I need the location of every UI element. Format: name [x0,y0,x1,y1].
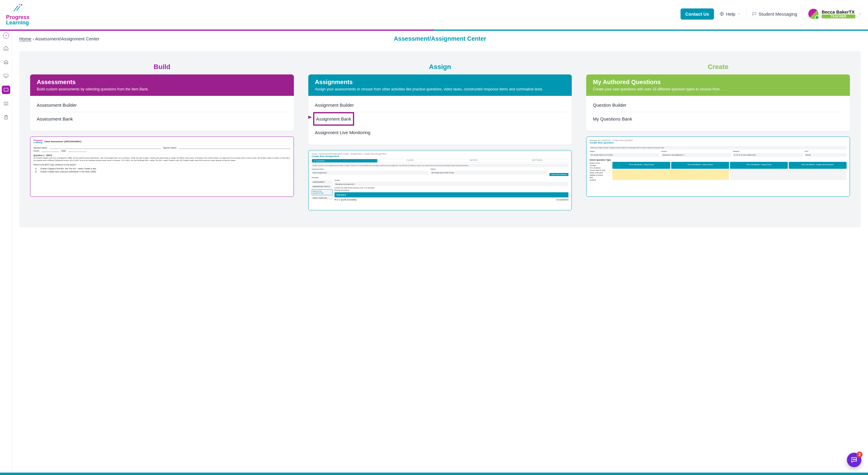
nav-school[interactable] [2,58,10,66]
preview-crumb: Home › Assessment/Assignment Center › As… [312,153,569,155]
opt-a: Charlie Chaplin's first film- the The Ki… [40,167,97,170]
brand-bottom: Learning [6,20,30,25]
question-label: Question 1 : 26573 [33,154,290,156]
std-header: Standard [335,192,569,197]
authored-header: My Authored Questions Create your own qu… [586,74,850,96]
book-icon [3,101,9,106]
qt-tile: Fill in the Blanks - Drag & Drop [730,162,788,169]
arrow-right-icon [4,34,7,37]
preview-title: Class Assessment- [DRCKWUAMAY] [44,140,81,142]
date-label: Date: [61,150,66,152]
qt-tile: Fill in the Blanks - Inline Choice [671,162,729,169]
c-subject-label: Subject * [590,150,659,152]
user-name: Becca BakerTX [822,9,855,14]
assign-hint: Create a name for your assignment and se… [312,164,569,167]
build-heading: Build [30,63,294,71]
q-count: 10 Questions [556,199,568,201]
select-qt: Select Question Type [590,159,846,161]
question-builder-link[interactable]: Question Builder [593,98,843,112]
assignments-header: Assignments Assign your assessments or c… [308,74,572,96]
brand-top: Progress [6,14,30,20]
brand-logo[interactable]: Progress Learning [6,2,30,25]
nav-library[interactable] [2,99,10,108]
authored-title: My Authored Questions [593,79,843,86]
assign-name-label: Assignment Name [312,168,429,170]
column-create: Create My Authored Questions Create your… [586,63,850,210]
my-questions-bank-link[interactable]: My Questions Bank [593,112,843,126]
qt-tile: Fill in the Blanks - Drag & Drop [613,162,670,169]
opt-b: Charlie Chaplin was a famous entertainer… [40,170,97,173]
book-open-icon [3,87,9,93]
assign-preview: Home › Assessment/Assignment Center › As… [308,150,572,210]
assignments-card: Assignments Assign your assessments or c… [308,74,572,145]
assignment-bank-link[interactable]: Assignment Bank [313,112,354,126]
c-domain-value: Operations and Algebraic T… [661,153,731,157]
user-menu[interactable]: Becca BakerTX TEACHER [808,9,862,19]
assessments-title: Assessments [37,79,287,86]
create-heading: Create [586,63,850,71]
chat-fab[interactable]: 2 [847,453,861,467]
tab-content: ① CONTENT [312,159,377,162]
assessments-card: Assessments Build custom assessments by … [30,74,294,131]
authored-sub: Create your own questions with over 18 d… [593,87,843,92]
qt-item: Classify, Match & Order [590,169,611,171]
teacher-badge: TEACHER [822,14,855,19]
svg-point-0 [21,4,22,6]
spark-icon [6,2,27,14]
passage-text: (1) Charlie Chaplin was born in England … [33,157,290,162]
presentation-icon [3,73,9,79]
page-title: Assessment/Assignment Center [394,35,487,42]
tab-settings: SETTINGS [506,159,568,162]
assessments-header: Assessments Build custom assessments by … [30,74,294,96]
help-label: Help [726,11,735,17]
assign-name-value: Class Assignment [312,171,429,175]
side-nav [0,31,12,473]
create-title: Create New Question [590,141,846,144]
c-dok-value: Recall [805,153,846,157]
domain-value: Reading Informational ✕ [335,182,569,186]
c-subject-value: 1st Grade Math (CA CCSS) [590,153,659,157]
callout-arrow-icon [308,113,312,122]
assign-heading: Assign [308,63,572,71]
assessment-builder-link[interactable]: Assessment Builder [37,98,287,112]
student-messaging-label: Student Messaging [758,11,797,17]
assignment-builder-link[interactable]: Assignment Builder [315,98,565,112]
top-actions: Contact Us Help Student Messaging Becca … [681,8,862,20]
opt-a-letter: A [33,167,38,170]
svg-marker-7 [308,113,312,121]
assignment-live-monitoring-link[interactable]: Assignment Live Monitoring [315,126,565,139]
contact-us-button[interactable]: Contact Us [681,8,714,20]
assignments-sub: Assign your assessments or choose from o… [315,87,565,92]
domain-label: Domain [335,179,569,181]
column-build: Build Assessments Build custom assessmen… [30,63,294,210]
combine-label: Combine into single activity questions (… [335,187,569,189]
act-row: PRACTICE QUESTIONS [312,189,333,195]
chat-count: 2 [857,451,863,457]
c-standard-label: Standard * [733,150,803,152]
building-icon [3,59,9,65]
teacher-name-label: Teacher Name: [163,147,177,149]
svg-point-1 [19,4,20,4]
opt-b-letter: B [33,170,38,173]
help-menu[interactable]: Help [719,11,741,17]
act-row: VIDEO LESSONS [312,196,333,200]
activities-label: Activities [312,177,569,179]
breadcrumb-current: Assessment/Assignment Center [35,36,99,41]
home-icon [3,45,9,51]
breadcrumb-home[interactable]: Home [19,36,31,41]
nav-class[interactable] [2,72,10,80]
nav-expand-toggle[interactable] [3,33,9,39]
svg-rect-3 [4,74,8,77]
student-name-label: Student Name: [33,147,48,149]
assessment-bank-link[interactable]: Assessment Bank [37,112,287,126]
column-assign: Assign Assignments Assign your assessmen… [308,63,572,210]
chat-bubble-icon [850,456,858,464]
student-messaging-link[interactable]: Student Messaging [752,11,797,17]
breadcrumb: Home › Assessment/Assignment Center [19,36,99,41]
nav-assessment-center[interactable] [2,86,10,94]
nav-reports[interactable] [2,113,10,122]
create-preview: Manage My Questions › Create New Questio… [586,136,850,197]
nav-home[interactable] [2,44,10,53]
chevron-down-icon [737,12,741,16]
std-sub: RI.5.1 Quote accurately [335,199,357,201]
